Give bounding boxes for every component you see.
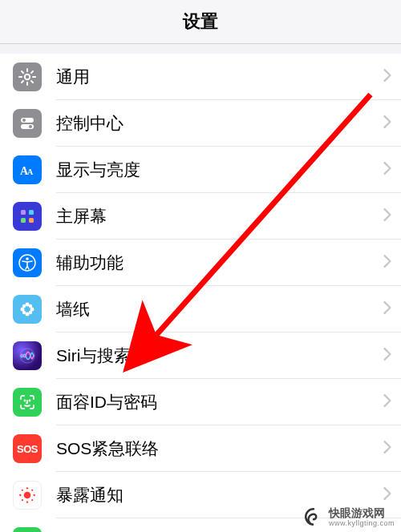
faceid-icon <box>13 388 42 417</box>
settings-item-home-screen[interactable]: 主屏幕 <box>0 193 401 240</box>
battery-icon <box>13 527 42 532</box>
settings-item-exposure[interactable]: 暴露通知 <box>0 472 401 518</box>
chevron-right-icon <box>383 394 391 410</box>
svg-rect-7 <box>21 210 26 215</box>
svg-point-30 <box>22 490 23 491</box>
sos-icon: SOS <box>13 434 42 463</box>
svg-rect-9 <box>21 218 26 223</box>
item-label: 主屏幕 <box>56 205 383 228</box>
settings-item-control-center[interactable]: 控制中心 <box>0 100 401 147</box>
svg-point-26 <box>26 487 28 489</box>
exposure-icon <box>13 481 42 510</box>
chevron-right-icon <box>383 162 391 178</box>
apps-grid-icon <box>13 202 42 231</box>
svg-point-28 <box>19 494 21 496</box>
svg-rect-10 <box>29 218 34 223</box>
svg-point-15 <box>21 308 25 312</box>
accessibility-icon <box>13 248 42 277</box>
settings-list: 通用 控制中心 AA 显示与亮度 主屏幕 <box>0 54 401 532</box>
item-label: 暴露通知 <box>56 484 383 506</box>
svg-rect-8 <box>29 210 34 215</box>
siri-icon <box>13 341 42 370</box>
chevron-right-icon <box>383 441 391 457</box>
text-size-icon: AA <box>13 155 42 184</box>
svg-point-12 <box>26 257 29 260</box>
settings-item-siri-search[interactable]: Siri与搜索 <box>0 332 401 379</box>
item-label: 墙纸 <box>56 298 383 320</box>
svg-point-20 <box>29 311 32 314</box>
settings-item-faceid[interactable]: 面容ID与密码 <box>0 379 401 425</box>
svg-text:A: A <box>27 167 34 176</box>
header: 设置 <box>0 0 401 44</box>
svg-point-13 <box>26 303 30 307</box>
flower-icon <box>13 295 42 324</box>
item-label: 辅助功能 <box>56 252 383 274</box>
svg-point-4 <box>29 125 32 128</box>
svg-point-19 <box>22 311 26 314</box>
svg-point-18 <box>29 304 32 308</box>
svg-point-21 <box>26 308 29 311</box>
chevron-right-icon <box>383 69 391 85</box>
svg-point-27 <box>26 501 28 502</box>
item-label: 面容ID与密码 <box>56 391 383 413</box>
gear-icon <box>13 62 42 91</box>
settings-item-battery[interactable]: 电池 <box>0 518 401 532</box>
svg-point-14 <box>26 312 30 316</box>
svg-point-25 <box>24 492 31 499</box>
chevron-right-icon <box>383 115 391 131</box>
item-label: 通用 <box>56 66 383 88</box>
item-label: 显示与亮度 <box>56 159 383 181</box>
settings-item-sos[interactable]: SOS SOS紧急联络 <box>0 425 401 472</box>
svg-point-29 <box>33 494 34 496</box>
chevron-right-icon <box>383 348 391 364</box>
settings-item-wallpaper[interactable]: 墙纸 <box>0 286 401 332</box>
settings-item-general[interactable]: 通用 <box>0 54 401 100</box>
svg-point-31 <box>31 490 33 491</box>
page-title: 设置 <box>183 10 218 34</box>
svg-point-16 <box>30 308 34 312</box>
settings-item-display[interactable]: AA 显示与亮度 <box>0 147 401 193</box>
item-label: 控制中心 <box>56 112 383 135</box>
toggles-icon <box>13 109 42 138</box>
svg-point-2 <box>22 119 26 122</box>
item-label: Siri与搜索 <box>56 345 383 367</box>
chevron-right-icon <box>383 301 391 317</box>
svg-point-22 <box>20 349 34 363</box>
svg-point-17 <box>22 304 26 308</box>
svg-point-32 <box>22 499 23 501</box>
chevron-right-icon <box>383 487 391 503</box>
chevron-right-icon <box>383 255 391 271</box>
svg-point-23 <box>25 401 26 401</box>
svg-point-0 <box>25 75 30 79</box>
svg-point-24 <box>30 401 30 401</box>
chevron-right-icon <box>383 208 391 224</box>
settings-item-accessibility[interactable]: 辅助功能 <box>0 240 401 286</box>
svg-point-33 <box>31 499 33 501</box>
item-label: SOS紧急联络 <box>56 437 383 460</box>
